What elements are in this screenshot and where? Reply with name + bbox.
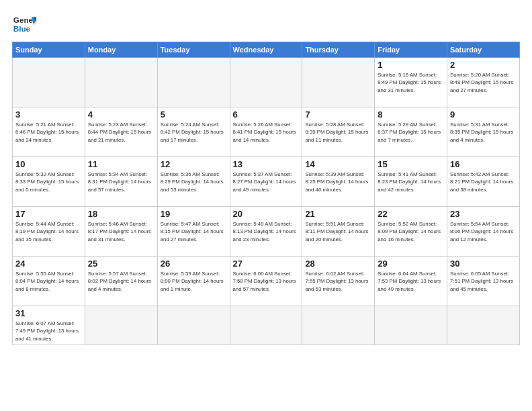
day-number: 19 [161, 209, 227, 219]
day-number: 11 [88, 159, 154, 169]
day-cell: 7Sunrise: 5:28 AM Sunset: 8:39 PM Daylig… [302, 107, 375, 157]
day-cell: 28Sunrise: 6:02 AM Sunset: 7:55 PM Dayli… [302, 257, 375, 306]
logo-icon: General Blue [12, 12, 36, 36]
day-cell [230, 58, 302, 107]
day-cell: 10Sunrise: 5:32 AM Sunset: 8:33 PM Dayli… [13, 157, 85, 207]
day-header-thursday: Thursday [302, 42, 375, 58]
day-number: 31 [15, 308, 82, 318]
day-info: Sunrise: 5:24 AM Sunset: 8:42 PM Dayligh… [161, 121, 227, 144]
day-info: Sunrise: 6:05 AM Sunset: 7:51 PM Dayligh… [450, 270, 517, 293]
day-number: 29 [378, 259, 444, 269]
day-cell: 1Sunrise: 5:18 AM Sunset: 8:49 PM Daylig… [375, 58, 447, 107]
day-cell: 25Sunrise: 5:57 AM Sunset: 8:02 PM Dayli… [85, 257, 157, 306]
day-cell: 24Sunrise: 5:55 AM Sunset: 8:04 PM Dayli… [13, 257, 85, 306]
day-number: 30 [450, 259, 517, 269]
day-cell: 29Sunrise: 6:04 AM Sunset: 7:53 PM Dayli… [375, 257, 447, 306]
day-cell: 15Sunrise: 5:41 AM Sunset: 8:23 PM Dayli… [375, 157, 447, 207]
day-cell: 17Sunrise: 5:44 AM Sunset: 8:19 PM Dayli… [13, 207, 85, 257]
day-number: 22 [378, 209, 444, 219]
day-cell: 20Sunrise: 5:49 AM Sunset: 8:13 PM Dayli… [230, 207, 302, 257]
day-cell [157, 58, 230, 107]
day-info: Sunrise: 5:23 AM Sunset: 8:44 PM Dayligh… [88, 121, 154, 144]
day-cell: 21Sunrise: 5:51 AM Sunset: 8:11 PM Dayli… [302, 207, 375, 257]
day-number: 4 [88, 109, 154, 120]
day-number: 17 [15, 209, 82, 219]
day-header-saturday: Saturday [447, 42, 520, 58]
day-info: Sunrise: 6:02 AM Sunset: 7:55 PM Dayligh… [305, 270, 371, 293]
header: General Blue [12, 12, 520, 36]
day-cell [13, 58, 85, 107]
day-cell [85, 58, 157, 107]
day-number: 5 [161, 109, 227, 120]
day-info: Sunrise: 5:59 AM Sunset: 8:00 PM Dayligh… [161, 270, 227, 293]
day-header-friday: Friday [375, 42, 447, 58]
day-number: 16 [450, 159, 517, 169]
day-number: 8 [378, 109, 444, 120]
day-number: 3 [15, 109, 82, 120]
day-cell [375, 306, 447, 345]
day-info: Sunrise: 5:49 AM Sunset: 8:13 PM Dayligh… [233, 220, 300, 243]
day-info: Sunrise: 5:39 AM Sunset: 8:25 PM Dayligh… [305, 171, 371, 193]
day-info: Sunrise: 5:44 AM Sunset: 8:19 PM Dayligh… [15, 220, 82, 243]
day-info: Sunrise: 5:37 AM Sunset: 8:27 PM Dayligh… [233, 171, 300, 193]
day-number: 13 [233, 159, 300, 169]
day-cell: 2Sunrise: 5:20 AM Sunset: 8:48 PM Daylig… [447, 58, 520, 107]
day-info: Sunrise: 5:57 AM Sunset: 8:02 PM Dayligh… [88, 270, 154, 293]
day-number: 7 [305, 109, 371, 120]
day-info: Sunrise: 5:42 AM Sunset: 8:21 PM Dayligh… [450, 171, 517, 193]
day-cell: 3Sunrise: 5:21 AM Sunset: 8:46 PM Daylig… [13, 107, 85, 157]
day-info: Sunrise: 5:34 AM Sunset: 8:31 PM Dayligh… [88, 171, 154, 193]
day-cell: 22Sunrise: 5:52 AM Sunset: 8:09 PM Dayli… [375, 207, 447, 257]
day-info: Sunrise: 6:00 AM Sunset: 7:58 PM Dayligh… [233, 270, 300, 293]
day-number: 24 [15, 259, 82, 269]
day-info: Sunrise: 5:54 AM Sunset: 8:06 PM Dayligh… [450, 220, 517, 243]
day-cell: 18Sunrise: 5:46 AM Sunset: 8:17 PM Dayli… [85, 207, 157, 257]
day-number: 20 [233, 209, 300, 219]
day-cell: 23Sunrise: 5:54 AM Sunset: 8:06 PM Dayli… [447, 207, 520, 257]
day-cell: 9Sunrise: 5:31 AM Sunset: 8:35 PM Daylig… [447, 107, 520, 157]
day-number: 27 [233, 259, 300, 269]
week-row-1: 3Sunrise: 5:21 AM Sunset: 8:46 PM Daylig… [13, 107, 520, 157]
day-number: 6 [233, 109, 300, 120]
day-info: Sunrise: 5:21 AM Sunset: 8:46 PM Dayligh… [15, 121, 82, 144]
day-number: 28 [305, 259, 371, 269]
day-cell [302, 306, 375, 345]
page: General Blue SundayMondayTuesdayWednesda… [0, 0, 532, 411]
day-number: 18 [88, 209, 154, 219]
day-info: Sunrise: 5:55 AM Sunset: 8:04 PM Dayligh… [15, 270, 82, 293]
day-cell: 5Sunrise: 5:24 AM Sunset: 8:42 PM Daylig… [157, 107, 230, 157]
day-number: 26 [161, 259, 227, 269]
day-info: Sunrise: 5:41 AM Sunset: 8:23 PM Dayligh… [378, 171, 444, 193]
logo: General Blue [12, 12, 39, 36]
day-info: Sunrise: 6:04 AM Sunset: 7:53 PM Dayligh… [378, 270, 444, 293]
day-info: Sunrise: 5:46 AM Sunset: 8:17 PM Dayligh… [88, 220, 154, 243]
day-number: 14 [305, 159, 371, 169]
svg-text:Blue: Blue [13, 24, 31, 33]
day-info: Sunrise: 5:51 AM Sunset: 8:11 PM Dayligh… [305, 220, 371, 243]
day-cell: 16Sunrise: 5:42 AM Sunset: 8:21 PM Dayli… [447, 157, 520, 207]
day-number: 10 [15, 159, 82, 169]
day-number: 15 [378, 159, 444, 169]
week-row-5: 31Sunrise: 6:07 AM Sunset: 7:49 PM Dayli… [13, 306, 520, 345]
day-cell: 8Sunrise: 5:29 AM Sunset: 8:37 PM Daylig… [375, 107, 447, 157]
day-number: 23 [450, 209, 517, 219]
day-cell: 26Sunrise: 5:59 AM Sunset: 8:00 PM Dayli… [157, 257, 230, 306]
day-info: Sunrise: 5:18 AM Sunset: 8:49 PM Dayligh… [378, 71, 444, 94]
day-cell: 30Sunrise: 6:05 AM Sunset: 7:51 PM Dayli… [447, 257, 520, 306]
day-cell [302, 58, 375, 107]
day-info: Sunrise: 6:07 AM Sunset: 7:49 PM Dayligh… [15, 320, 82, 342]
day-info: Sunrise: 5:32 AM Sunset: 8:33 PM Dayligh… [15, 171, 82, 193]
day-info: Sunrise: 5:36 AM Sunset: 8:29 PM Dayligh… [161, 171, 227, 193]
day-cell: 13Sunrise: 5:37 AM Sunset: 8:27 PM Dayli… [230, 157, 302, 207]
day-number: 25 [88, 259, 154, 269]
day-cell: 19Sunrise: 5:47 AM Sunset: 8:15 PM Dayli… [157, 207, 230, 257]
day-cell [85, 306, 157, 345]
week-row-2: 10Sunrise: 5:32 AM Sunset: 8:33 PM Dayli… [13, 157, 520, 207]
day-info: Sunrise: 5:47 AM Sunset: 8:15 PM Dayligh… [161, 220, 227, 243]
day-info: Sunrise: 5:26 AM Sunset: 8:41 PM Dayligh… [233, 121, 300, 144]
week-row-3: 17Sunrise: 5:44 AM Sunset: 8:19 PM Dayli… [13, 207, 520, 257]
day-info: Sunrise: 5:52 AM Sunset: 8:09 PM Dayligh… [378, 220, 444, 243]
day-cell [157, 306, 230, 345]
day-cell: 11Sunrise: 5:34 AM Sunset: 8:31 PM Dayli… [85, 157, 157, 207]
day-cell: 14Sunrise: 5:39 AM Sunset: 8:25 PM Dayli… [302, 157, 375, 207]
